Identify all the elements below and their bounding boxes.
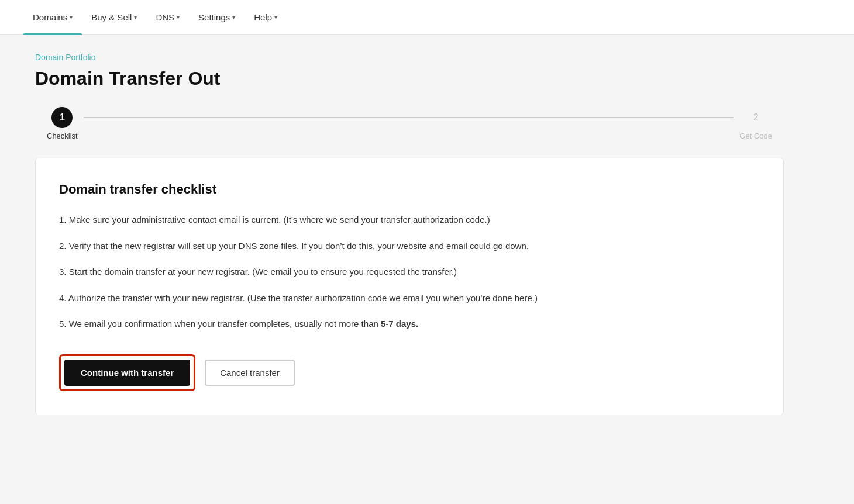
step-2: 2 Get Code bbox=[739, 107, 772, 140]
nav-item-dns[interactable]: DNS ▾ bbox=[146, 0, 189, 35]
cancel-transfer-button[interactable]: Cancel transfer bbox=[205, 360, 295, 386]
breadcrumb[interactable]: Domain Portfolio bbox=[35, 53, 784, 62]
nav-item-domains[interactable]: Domains ▾ bbox=[23, 0, 82, 35]
chevron-down-icon: ▾ bbox=[274, 14, 277, 20]
nav-label-help: Help bbox=[254, 12, 272, 22]
nav-label-domains: Domains bbox=[33, 12, 67, 22]
checklist-item-3: 3. Start the domain transfer at your new… bbox=[59, 265, 760, 279]
checklist-item-2: 2. Verify that the new registrar will se… bbox=[59, 240, 760, 253]
continue-transfer-button[interactable]: Continue with transfer bbox=[64, 360, 190, 386]
checklist: 1. Make sure your administrative contact… bbox=[59, 213, 760, 331]
chevron-down-icon: ▾ bbox=[134, 14, 137, 20]
step-1-circle: 1 bbox=[51, 107, 73, 128]
nav-item-buy-sell[interactable]: Buy & Sell ▾ bbox=[82, 0, 146, 35]
step-1-label: Checklist bbox=[47, 132, 78, 140]
step-2-label: Get Code bbox=[739, 132, 772, 140]
nav-item-help[interactable]: Help ▾ bbox=[245, 0, 287, 35]
step-1: 1 Checklist bbox=[47, 107, 78, 140]
checklist-item-1: 1. Make sure your administrative contact… bbox=[59, 213, 760, 227]
step-line bbox=[84, 117, 734, 118]
continue-button-highlight: Continue with transfer bbox=[59, 354, 195, 391]
chevron-down-icon: ▾ bbox=[70, 14, 73, 20]
chevron-down-icon: ▾ bbox=[232, 14, 235, 20]
nav-item-settings[interactable]: Settings ▾ bbox=[189, 0, 245, 35]
checklist-item-4: 4. Authorize the transfer with your new … bbox=[59, 292, 760, 305]
nav-label-dns: DNS bbox=[156, 12, 174, 22]
page-title: Domain Transfer Out bbox=[35, 68, 784, 89]
checklist-item-5: 5. We email you confirmation when your t… bbox=[59, 317, 760, 331]
main-content: Domain Portfolio Domain Transfer Out 1 C… bbox=[0, 35, 819, 433]
stepper: 1 Checklist 2 Get Code bbox=[35, 107, 784, 140]
chevron-down-icon: ▾ bbox=[177, 14, 180, 20]
step-2-circle: 2 bbox=[745, 107, 766, 128]
button-row: Continue with transfer Cancel transfer bbox=[59, 354, 760, 391]
card-title: Domain transfer checklist bbox=[59, 182, 760, 197]
navigation: Domains ▾ Buy & Sell ▾ DNS ▾ Settings ▾ … bbox=[0, 0, 854, 35]
nav-label-settings: Settings bbox=[198, 12, 230, 22]
nav-label-buy-sell: Buy & Sell bbox=[91, 12, 132, 22]
checklist-card: Domain transfer checklist 1. Make sure y… bbox=[35, 158, 784, 415]
